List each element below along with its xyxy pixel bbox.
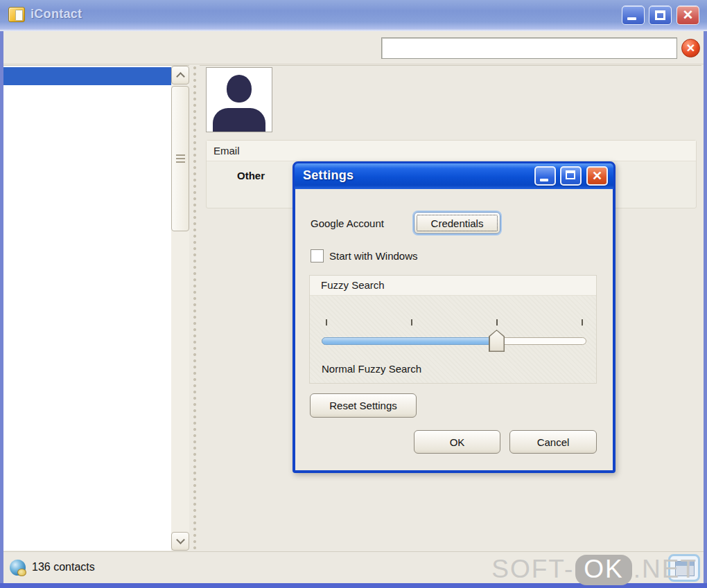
- fuzzy-search-group: Fuzzy Search Normal Fuzzy Search: [309, 275, 597, 384]
- selected-contact-row[interactable]: [3, 67, 171, 85]
- window-frame-right: [704, 31, 707, 588]
- minimize-icon: [627, 17, 636, 20]
- contact-photo-placeholder: [206, 67, 272, 132]
- fuzzy-slider-fill: [322, 337, 499, 345]
- settings-dialog: Settings ✕ Google Account Credentials St…: [293, 161, 616, 473]
- maximize-icon: [566, 170, 575, 179]
- scroll-down-button[interactable]: [171, 532, 189, 551]
- close-button[interactable]: ✕: [677, 6, 699, 25]
- maximize-icon: [655, 10, 665, 20]
- watermark-highlight: OK: [575, 555, 631, 585]
- window-title: iContact: [30, 7, 82, 21]
- slider-tick: [582, 319, 583, 326]
- settings-titlebar: Settings ✕: [295, 163, 613, 189]
- slider-ticks: [326, 319, 582, 326]
- settings-close-button[interactable]: ✕: [586, 166, 608, 186]
- chevron-down-icon: [176, 535, 185, 544]
- app-contacts-book-icon: [8, 7, 25, 22]
- toolbar: ✕: [0, 31, 707, 64]
- clear-search-button[interactable]: ✕: [681, 39, 700, 57]
- watermark-suffix: .NET: [634, 555, 697, 583]
- watermark: SOFT-OK.NET: [491, 555, 697, 585]
- scrollbar-thumb[interactable]: [171, 86, 189, 231]
- settings-maximize-button[interactable]: [560, 166, 582, 186]
- icontact-main-window: iContact ✕ ✕ Email Other Settings: [0, 0, 707, 588]
- settings-minimize-button[interactable]: [534, 166, 556, 186]
- close-icon: ✕: [588, 168, 606, 184]
- slider-tick: [326, 319, 327, 326]
- scroll-up-button[interactable]: [171, 66, 189, 84]
- reset-settings-button[interactable]: Reset Settings: [310, 393, 417, 418]
- settings-title: Settings: [303, 168, 354, 183]
- clear-x-icon: ✕: [682, 39, 699, 57]
- start-with-windows-checkbox[interactable]: [311, 249, 324, 262]
- start-with-windows-label: Start with Windows: [329, 250, 418, 262]
- slider-tick: [411, 319, 412, 326]
- contacts-globe-icon: [10, 560, 26, 576]
- maximize-button[interactable]: [649, 6, 672, 25]
- fuzzy-slider-thumb-face: [490, 331, 504, 351]
- slider-tick: [496, 319, 498, 326]
- fuzzy-level-label: Normal Fuzzy Search: [322, 363, 421, 375]
- panel-splitter[interactable]: [190, 65, 200, 551]
- window-frame-left: [0, 31, 3, 588]
- chevron-up-icon: [176, 72, 185, 81]
- fuzzy-search-group-title: Fuzzy Search: [310, 276, 596, 296]
- main-titlebar: iContact ✕: [0, 0, 707, 31]
- google-account-label: Google Account: [311, 217, 384, 229]
- silhouette-shoulders: [213, 108, 265, 132]
- settings-content: Google Account Credentials Start with Wi…: [295, 189, 613, 470]
- email-section-title: Email: [207, 141, 696, 161]
- fuzzy-slider-thumb[interactable]: [489, 330, 505, 352]
- close-icon: ✕: [677, 6, 699, 24]
- contact-list-scrollbar[interactable]: [171, 65, 189, 551]
- ok-button[interactable]: OK: [414, 430, 500, 454]
- credentials-button[interactable]: Credentials: [414, 212, 500, 234]
- scrollbar-grip-icon: [176, 154, 185, 163]
- silhouette-head: [227, 75, 252, 103]
- minimize-button[interactable]: [622, 6, 645, 25]
- contacts-count: 136 contacts: [32, 561, 95, 573]
- cancel-button[interactable]: Cancel: [509, 430, 597, 454]
- minimize-icon: [540, 179, 548, 181]
- watermark-prefix: SOFT-: [491, 555, 574, 583]
- contact-list[interactable]: [3, 65, 171, 551]
- search-input[interactable]: [381, 37, 677, 59]
